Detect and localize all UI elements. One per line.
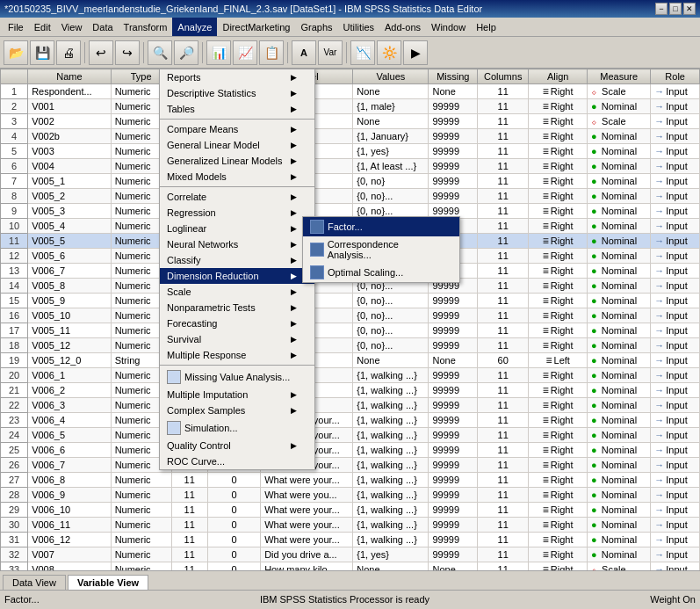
find-button[interactable]: 🔎 (174, 40, 198, 65)
var-align[interactable]: ≡Right (529, 174, 588, 189)
var-name[interactable]: V005_11 (28, 323, 112, 338)
var-width[interactable]: 11 (171, 533, 207, 547)
var-name[interactable]: V004 (28, 159, 112, 174)
value-labels-button[interactable]: A (292, 40, 316, 65)
var-measure[interactable]: ● Nominal (588, 533, 651, 547)
var-label[interactable]: Did you drive a... (261, 547, 353, 562)
var-measure[interactable]: ● Nominal (588, 204, 651, 219)
var-columns[interactable]: 11 (478, 264, 529, 279)
var-width[interactable]: 11 (171, 488, 207, 503)
var-name[interactable]: V005_6 (28, 249, 112, 264)
col-header-role[interactable]: Role (651, 69, 700, 84)
var-name[interactable]: V005_8 (28, 279, 112, 294)
var-name[interactable]: Respondent... (28, 84, 112, 99)
menu-scale[interactable]: Scale▶ (160, 284, 314, 300)
var-values[interactable]: {1, At least ...} (353, 159, 429, 174)
var-role[interactable]: →Input (651, 383, 700, 398)
col-header-align[interactable]: Align (529, 69, 588, 84)
var-role[interactable]: →Input (651, 547, 700, 562)
var-type[interactable]: Numeric (111, 488, 171, 503)
var-measure[interactable]: ● Nominal (588, 279, 651, 294)
menu-survival[interactable]: Survival▶ (160, 331, 314, 347)
var-columns[interactable]: 11 (478, 398, 529, 413)
var-measure[interactable]: ● Nominal (588, 264, 651, 279)
var-measure[interactable]: ⬦ Scale (588, 562, 651, 571)
insert-variables-button[interactable]: 📈 (233, 40, 257, 65)
var-columns[interactable]: 11 (478, 174, 529, 189)
var-missing[interactable]: 99999 (429, 368, 478, 383)
var-values[interactable]: {1, walking ...} (353, 488, 429, 503)
var-columns[interactable]: 11 (478, 219, 529, 234)
var-decimals[interactable]: 0 (207, 473, 260, 488)
var-role[interactable]: →Input (651, 144, 700, 159)
var-columns[interactable]: 11 (478, 413, 529, 428)
var-role[interactable]: →Input (651, 264, 700, 279)
var-values[interactable]: {1, yes} (353, 547, 429, 562)
var-align[interactable]: ≡Right (529, 428, 588, 443)
var-name[interactable]: V003 (28, 144, 112, 159)
var-align[interactable]: ≡Right (529, 204, 588, 219)
var-columns[interactable]: 11 (478, 114, 529, 129)
var-align[interactable]: ≡Right (529, 383, 588, 398)
var-columns[interactable]: 11 (478, 159, 529, 174)
var-columns[interactable]: 11 (478, 428, 529, 443)
menu-file[interactable]: File (3, 18, 29, 36)
var-role[interactable]: →Input (651, 398, 700, 413)
var-name[interactable]: V006_6 (28, 443, 112, 458)
var-align[interactable]: ≡Right (529, 458, 588, 473)
menu-generalized[interactable]: Generalized Linear Models▶ (160, 153, 314, 169)
charts-button[interactable]: 📉 (350, 40, 375, 65)
var-name[interactable]: V005_2 (28, 189, 112, 204)
var-columns[interactable]: 11 (478, 99, 529, 114)
menu-reports[interactable]: Reports▶ (160, 69, 314, 85)
menu-utilities[interactable]: Utilities (338, 18, 379, 36)
menu-data[interactable]: Data (87, 18, 118, 36)
var-decimals[interactable]: 0 (207, 562, 260, 571)
var-columns[interactable]: 11 (478, 129, 529, 144)
var-label[interactable]: How many kilo... (261, 562, 353, 571)
var-values[interactable]: {1, walking ...} (353, 473, 429, 488)
var-role[interactable]: →Input (651, 533, 700, 547)
var-columns[interactable]: 11 (478, 368, 529, 383)
menu-complex[interactable]: Complex Samples▶ (160, 402, 314, 418)
var-columns[interactable]: 11 (478, 562, 529, 571)
var-values[interactable]: {1, walking ...} (353, 503, 429, 518)
var-missing[interactable]: 99999 (429, 547, 478, 562)
var-name[interactable]: V005_9 (28, 294, 112, 308)
menu-neural[interactable]: Neural Networks▶ (160, 236, 314, 252)
var-role[interactable]: →Input (651, 353, 700, 368)
var-type[interactable]: Numeric (111, 518, 171, 533)
var-measure[interactable]: ● Nominal (588, 189, 651, 204)
save-button[interactable]: 💾 (30, 40, 54, 65)
menu-forecasting[interactable]: Forecasting▶ (160, 315, 314, 331)
menu-mixed[interactable]: Mixed Models▶ (160, 169, 314, 185)
var-missing[interactable]: 99999 (429, 458, 478, 473)
menu-window[interactable]: Window (426, 18, 471, 36)
var-name[interactable]: V005_5 (28, 234, 112, 249)
var-role[interactable]: →Input (651, 488, 700, 503)
var-missing[interactable]: 99999 (429, 323, 478, 338)
var-measure[interactable]: ● Nominal (588, 473, 651, 488)
var-missing[interactable]: 99999 (429, 443, 478, 458)
var-role[interactable]: →Input (651, 562, 700, 571)
var-name[interactable]: V005_4 (28, 219, 112, 234)
insert-cases-button[interactable]: 📊 (206, 40, 231, 65)
var-role[interactable]: →Input (651, 174, 700, 189)
var-align[interactable]: ≡Right (529, 338, 588, 353)
var-missing[interactable]: 99999 (429, 99, 478, 114)
var-label[interactable]: What were you... (261, 488, 353, 503)
var-name[interactable]: V006_8 (28, 473, 112, 488)
var-values[interactable]: {1, walking ...} (353, 428, 429, 443)
var-name[interactable]: V005_1 (28, 174, 112, 189)
var-label[interactable]: What were your... (261, 473, 353, 488)
var-values[interactable]: {1, walking ...} (353, 458, 429, 473)
var-columns[interactable]: 11 (478, 503, 529, 518)
var-align[interactable]: ≡Right (529, 279, 588, 294)
var-label[interactable]: What were your... (261, 503, 353, 518)
var-role[interactable]: →Input (651, 114, 700, 129)
var-columns[interactable]: 11 (478, 279, 529, 294)
col-header-measure[interactable]: Measure (588, 69, 651, 84)
var-columns[interactable]: 11 (478, 473, 529, 488)
var-align[interactable]: ≡Right (529, 189, 588, 204)
var-align[interactable]: ≡Right (529, 129, 588, 144)
